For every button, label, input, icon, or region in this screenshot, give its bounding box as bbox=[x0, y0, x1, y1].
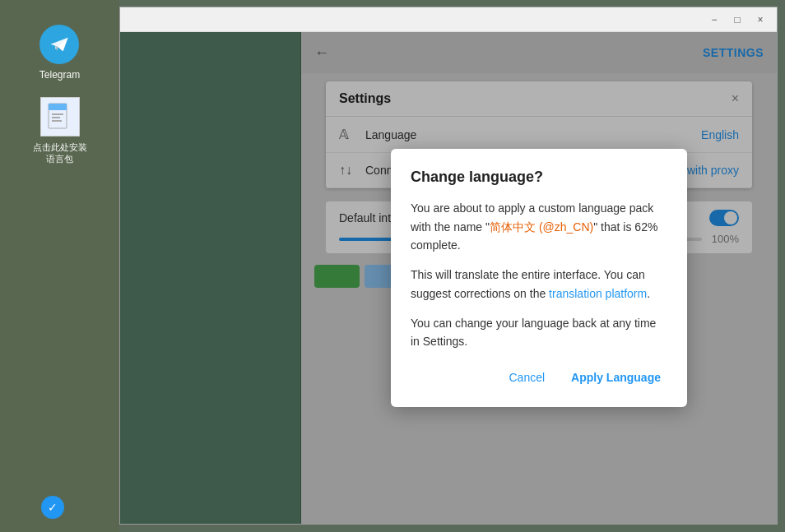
check-icon: ✓ bbox=[41, 496, 64, 519]
apply-language-button[interactable]: Apply Language bbox=[564, 368, 667, 387]
modal-paragraph1: You are about to apply a custom language… bbox=[411, 199, 667, 254]
telegram-desktop-icon[interactable]: Telegram bbox=[39, 25, 80, 81]
desktop-sidebar: Telegram 点击此处安装语言包 ✓ bbox=[0, 0, 119, 532]
translation-platform-link[interactable]: translation platform bbox=[549, 287, 647, 300]
title-bar: − □ × bbox=[120, 7, 777, 32]
svg-rect-4 bbox=[52, 117, 60, 118]
close-button[interactable]: × bbox=[750, 12, 770, 27]
modal-paragraph2: This will translate the entire interface… bbox=[411, 266, 667, 303]
change-lang-modal: Change language? You are about to apply … bbox=[391, 149, 687, 407]
app-window: − □ × ← SETTINGS Settings × 𝔸 La bbox=[119, 7, 778, 525]
install-lang-icon-img bbox=[40, 97, 80, 136]
file-icon bbox=[45, 102, 75, 132]
cancel-button[interactable]: Cancel bbox=[503, 368, 552, 387]
modal-actions: Cancel Apply Language bbox=[411, 368, 667, 387]
app-content: ← SETTINGS Settings × 𝔸 Language English… bbox=[120, 32, 777, 524]
lang-name-highlight: 简体中文 (@zh_CN) bbox=[490, 220, 593, 234]
chat-panel bbox=[120, 32, 301, 524]
telegram-icon-bg bbox=[39, 25, 79, 64]
svg-rect-2 bbox=[49, 104, 67, 110]
modal-paragraph3: You can change your language back at any… bbox=[411, 314, 667, 351]
taskbar-check-badge: ✓ bbox=[41, 496, 64, 519]
telegram-logo-icon bbox=[44, 30, 74, 59]
svg-rect-5 bbox=[52, 120, 62, 122]
settings-panel: ← SETTINGS Settings × 𝔸 Language English… bbox=[301, 32, 777, 524]
svg-rect-3 bbox=[52, 113, 63, 115]
maximize-button[interactable]: □ bbox=[727, 12, 747, 27]
install-lang-icon-label: 点击此处安装语言包 bbox=[33, 141, 87, 165]
minimize-button[interactable]: − bbox=[704, 12, 724, 27]
telegram-icon-label: Telegram bbox=[39, 69, 80, 81]
modal-title: Change language? bbox=[411, 169, 667, 186]
modal-overlay: Change language? You are about to apply … bbox=[301, 32, 777, 524]
install-lang-desktop-icon[interactable]: 点击此处安装语言包 bbox=[33, 97, 87, 165]
